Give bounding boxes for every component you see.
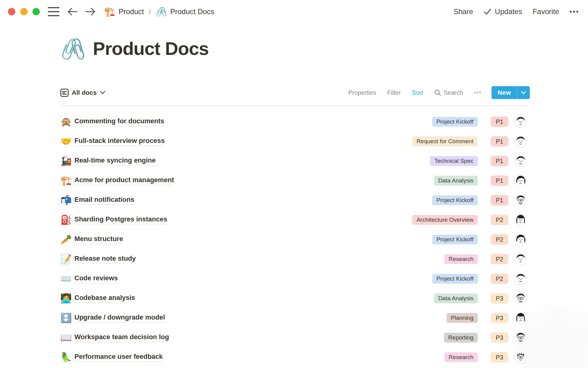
paperclips-icon: 🖇️ — [156, 7, 167, 16]
doc-owner-avatar[interactable] — [514, 253, 527, 265]
new-button[interactable]: New — [492, 86, 517, 99]
docs-list: 🙊 Commenting for documents Project Kicko… — [60, 112, 530, 367]
breadcrumb-item-product[interactable]: 🏗️ Product — [104, 7, 144, 16]
close-button[interactable] — [8, 8, 15, 15]
doc-priority-pill[interactable]: P3 — [491, 313, 508, 323]
doc-owner-avatar[interactable] — [514, 233, 527, 246]
toolbar-more-button[interactable]: ••• — [474, 90, 482, 96]
check-icon — [484, 8, 492, 15]
doc-owner-avatar[interactable] — [514, 155, 527, 167]
doc-row[interactable]: 📖 Workspace team decision log Reporting … — [60, 328, 530, 347]
doc-tag-pill[interactable]: Project Kickoff — [432, 117, 478, 127]
favorite-button[interactable]: Favorite — [533, 7, 559, 16]
doc-row[interactable]: 📝 Release note study Research P2 — [60, 249, 530, 269]
traffic-lights — [8, 8, 40, 15]
page-header: 🖇️ Product Docs — [60, 39, 209, 59]
sidebar-toggle-icon[interactable] — [48, 7, 59, 16]
doc-priority-pill[interactable]: P3 — [491, 293, 508, 304]
doc-owner-avatar[interactable] — [514, 194, 527, 206]
doc-priority-pill[interactable]: P1 — [491, 156, 508, 166]
updates-label: Updates — [495, 7, 522, 16]
view-label: All docs — [72, 89, 97, 96]
doc-row[interactable]: 🏗️ Acme for product management Data Anal… — [60, 171, 530, 190]
search-button[interactable]: Search — [434, 89, 463, 96]
doc-row[interactable]: 🥕 Menu structure Project Kickoff P2 — [60, 230, 530, 249]
doc-title-link[interactable]: Workspace team decision log — [74, 333, 169, 342]
doc-priority-pill[interactable]: P1 — [491, 136, 508, 147]
doc-priority-pill[interactable]: P2 — [491, 254, 508, 264]
doc-title-link[interactable]: Codebase analysis — [74, 294, 135, 303]
doc-tag-pill[interactable]: Project Kickoff — [432, 274, 478, 284]
doc-tag-pill[interactable]: Research — [444, 254, 478, 264]
doc-row[interactable]: ⌨️ Code reviews Project Kickoff P2 — [60, 269, 530, 289]
doc-owner-avatar[interactable] — [514, 214, 527, 226]
doc-emoji-icon: 🥕 — [60, 235, 74, 244]
doc-priority-pill[interactable]: P2 — [491, 234, 508, 245]
doc-owner-avatar[interactable] — [514, 273, 527, 285]
breadcrumb-label: Product — [119, 7, 144, 16]
view-switcher[interactable]: All docs — [60, 89, 105, 97]
doc-title-link[interactable]: Code reviews — [74, 274, 118, 283]
breadcrumb-separator: / — [149, 7, 151, 16]
doc-tag-pill[interactable]: Project Kickoff — [432, 235, 478, 244]
doc-priority-pill[interactable]: P1 — [491, 195, 508, 205]
doc-owner-avatar[interactable] — [514, 292, 527, 305]
doc-owner-avatar[interactable] — [514, 116, 527, 128]
doc-title-link[interactable]: Real-time syncing engine — [74, 156, 156, 166]
doc-row[interactable]: ⛽ Sharding Postgres instances Architectu… — [60, 210, 530, 230]
doc-title-link[interactable]: Upgrade / downgrade model — [74, 313, 165, 323]
doc-priority-pill[interactable]: P3 — [491, 332, 508, 343]
doc-title-link[interactable]: Performance user feedback — [74, 353, 163, 362]
doc-row[interactable]: 🚂 Real-time syncing engine Technical Spe… — [60, 151, 530, 171]
doc-emoji-icon: 🤝 — [60, 137, 74, 146]
doc-emoji-icon: 📖 — [60, 333, 74, 342]
doc-row[interactable]: ↕️ Upgrade / downgrade model Planning P3 — [60, 308, 530, 328]
doc-emoji-icon: 📝 — [60, 255, 74, 264]
doc-title-link[interactable]: Commenting for documents — [74, 117, 164, 126]
window-more-button[interactable]: ••• — [570, 8, 579, 16]
back-arrow-icon[interactable] — [67, 7, 78, 16]
doc-tag-pill[interactable]: Request for Comment — [412, 136, 478, 146]
breadcrumb-item-product-docs[interactable]: 🖇️ Product Docs — [156, 7, 214, 16]
share-button[interactable]: Share — [454, 7, 473, 16]
doc-priority-pill[interactable]: P3 — [491, 352, 508, 362]
filter-button[interactable]: Filter — [387, 89, 401, 96]
doc-title-link[interactable]: Release note study — [74, 255, 136, 264]
doc-row[interactable]: 👩‍💻 Codebase analysis Data Analysis P3 — [60, 289, 530, 308]
doc-owner-avatar[interactable] — [514, 135, 527, 148]
doc-priority-pill[interactable]: P1 — [491, 117, 508, 127]
fullscreen-button[interactable] — [32, 8, 40, 15]
doc-row[interactable]: 🙊 Commenting for documents Project Kicko… — [60, 112, 530, 132]
doc-row[interactable]: 🦜 Performance user feedback Research P3 — [60, 347, 530, 367]
updates-button[interactable]: Updates — [484, 7, 522, 16]
page-paperclips-icon[interactable]: 🖇️ — [60, 39, 85, 59]
doc-tag-pill[interactable]: Research — [444, 352, 478, 362]
doc-owner-avatar[interactable] — [514, 174, 527, 187]
doc-row[interactable]: 📬 Email notifications Project Kickoff P1 — [60, 190, 530, 210]
doc-title-link[interactable]: Acme for product management — [74, 176, 174, 185]
doc-row[interactable]: 🤝 Full-stack interview process Request f… — [60, 132, 530, 151]
doc-title-link[interactable]: Sharding Postgres instances — [74, 215, 167, 224]
doc-priority-pill[interactable]: P2 — [491, 215, 508, 225]
doc-title-link[interactable]: Menu structure — [74, 235, 123, 244]
chevron-down-icon — [521, 91, 526, 94]
doc-priority-pill[interactable]: P2 — [491, 274, 508, 284]
doc-tag-pill[interactable]: Planning — [447, 313, 478, 323]
breadcrumb-label: Product Docs — [170, 7, 214, 16]
doc-tag-pill[interactable]: Architecture Overview — [412, 215, 478, 225]
new-dropdown-button[interactable] — [517, 86, 530, 99]
doc-tag-pill[interactable]: Reporting — [444, 333, 478, 343]
sort-button[interactable]: Sort — [412, 89, 423, 96]
forward-arrow-icon[interactable] — [85, 7, 96, 16]
doc-emoji-icon: ↕️ — [60, 313, 74, 323]
doc-tag-pill[interactable]: Project Kickoff — [432, 195, 478, 205]
properties-button[interactable]: Properties — [348, 89, 376, 96]
doc-title-link[interactable]: Full-stack interview process — [74, 137, 165, 146]
minimize-button[interactable] — [20, 8, 28, 15]
doc-tag-pill[interactable]: Data Analysis — [434, 176, 478, 186]
page-title[interactable]: Product Docs — [93, 39, 209, 59]
doc-tag-pill[interactable]: Technical Spec — [430, 156, 478, 166]
doc-tag-pill[interactable]: Data Analysis — [434, 293, 478, 303]
doc-title-link[interactable]: Email notifications — [74, 196, 134, 205]
doc-priority-pill[interactable]: P1 — [491, 175, 508, 186]
